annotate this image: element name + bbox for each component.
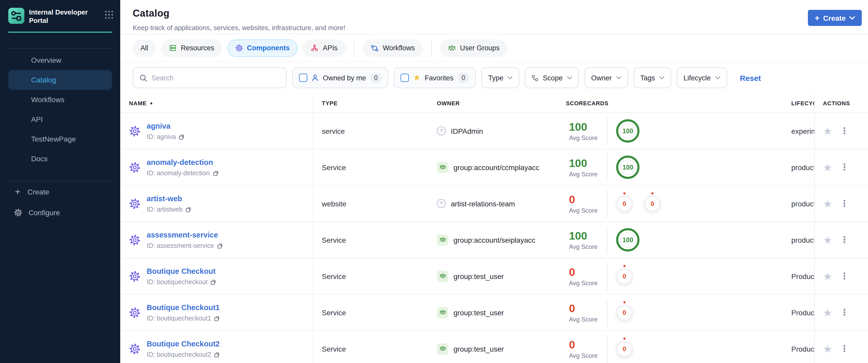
row-menu-button[interactable]: ⋮ <box>840 308 849 317</box>
copy-icon[interactable] <box>213 170 218 176</box>
divider <box>354 39 354 57</box>
sidebar-configure-button[interactable]: Configure <box>0 202 120 223</box>
row-menu-button[interactable]: ⋮ <box>840 272 849 280</box>
sidebar-item-workflows[interactable]: Workflows <box>8 90 112 110</box>
tab-workflows[interactable]: Workflows <box>363 39 423 57</box>
type-dropdown[interactable]: Type <box>482 67 520 88</box>
copy-icon[interactable] <box>186 207 191 212</box>
sidebar-item-overview[interactable]: Overview <box>8 50 112 70</box>
tab-user-groups[interactable]: User Groups <box>440 39 507 57</box>
group-icon <box>437 270 448 282</box>
tab-label: User Groups <box>460 44 500 52</box>
avg-score-value: 0 <box>569 338 607 351</box>
component-name-link[interactable]: Boutique Checkout2 <box>147 340 220 348</box>
copy-icon[interactable] <box>217 243 223 249</box>
favorites-filter[interactable]: ★ Favorites 0 <box>394 67 476 88</box>
group-icon <box>437 307 448 318</box>
sidebar-item-api[interactable]: API <box>8 110 112 129</box>
owned-by-me-checkbox[interactable] <box>299 73 307 82</box>
favorite-star-button[interactable]: ★ <box>823 271 832 281</box>
lifecycle-cell: Production <box>791 344 814 353</box>
tab-apis[interactable]: APIs <box>303 39 345 57</box>
row-menu-button[interactable]: ⋮ <box>840 236 849 244</box>
scope-dropdown[interactable]: Scope <box>525 67 579 88</box>
scorecard-ring[interactable]: 100 <box>616 119 640 143</box>
favorites-checkbox[interactable] <box>401 73 409 82</box>
scorecard-ring[interactable]: 0 <box>616 268 633 284</box>
row-menu-button[interactable]: ⋮ <box>840 126 849 135</box>
chevron-down-icon <box>659 76 664 79</box>
component-name-link[interactable]: anomaly-detection <box>147 158 213 167</box>
avg-score-value: 100 <box>569 157 607 169</box>
favorite-star-button[interactable]: ★ <box>823 199 832 209</box>
reset-filters-link[interactable]: Reset <box>740 73 761 82</box>
scorecard-ring[interactable]: 0 <box>616 304 633 321</box>
scorecards-cell: 0 Avg Score 0 <box>566 298 791 327</box>
scorecard-ring[interactable]: 0 <box>644 195 661 212</box>
column-header-owner: OWNER <box>437 100 566 106</box>
apps-grid-icon[interactable] <box>105 11 113 19</box>
column-header-type: TYPE <box>313 100 437 106</box>
owner-cell: group:test_user <box>437 307 566 318</box>
component-name-link[interactable]: assessment-service <box>147 231 218 239</box>
lifecycle-cell: experimental <box>791 127 814 135</box>
component-name-link[interactable]: agniva <box>147 122 170 130</box>
column-header-name[interactable]: NAME ▲ <box>120 93 313 113</box>
owner-cell: ? artist-relations-team <box>437 199 566 208</box>
sidebar-item-testnewpage[interactable]: TestNewPage <box>8 129 112 149</box>
search-input[interactable] <box>151 74 280 82</box>
sidebar-item-docs[interactable]: Docs <box>8 149 112 169</box>
group-icon <box>437 343 448 355</box>
table-row: Boutique Checkout1 ID: boutiquecheckout1… <box>120 295 868 331</box>
divider <box>607 226 607 254</box>
scorecard-ring[interactable]: 100 <box>616 228 640 251</box>
divider <box>607 153 607 181</box>
create-button[interactable]: + Create <box>808 10 862 26</box>
sidebar-configure-label: Configure <box>29 209 60 217</box>
copy-icon[interactable] <box>179 134 185 140</box>
divider <box>607 262 607 290</box>
dropdown-label: Type <box>488 74 503 82</box>
avg-score-label: Avg Score <box>569 243 607 250</box>
owner-dropdown[interactable]: Owner <box>584 67 628 88</box>
favorite-star-button[interactable]: ★ <box>823 126 832 136</box>
actions-cell: ★ ⋮ <box>814 295 868 330</box>
unknown-owner-icon: ? <box>437 126 446 135</box>
scorecard-ring[interactable]: 100 <box>616 156 640 179</box>
lifecycle-dropdown[interactable]: Lifecycle <box>677 67 727 88</box>
sidebar-item-catalog[interactable]: Catalog <box>8 70 112 90</box>
star-icon: ★ <box>413 73 421 82</box>
sidebar-create-button[interactable]: + Create <box>0 181 120 202</box>
tab-label: Workflows <box>383 44 415 52</box>
sidebar-create-label: Create <box>28 188 49 196</box>
favorite-star-button[interactable]: ★ <box>823 307 832 317</box>
tab-resources[interactable]: Resources <box>161 39 222 57</box>
row-menu-button[interactable]: ⋮ <box>840 344 849 353</box>
owned-by-me-filter[interactable]: Owned by me 0 <box>292 67 389 88</box>
divider <box>607 189 607 217</box>
copy-icon[interactable] <box>211 279 216 285</box>
copy-icon[interactable] <box>214 352 220 358</box>
scorecard-rings: 00 <box>616 195 661 212</box>
favorite-star-button[interactable]: ★ <box>823 343 832 354</box>
row-menu-button[interactable]: ⋮ <box>840 163 849 172</box>
scorecard-ring[interactable]: 0 <box>616 340 633 357</box>
component-name-link[interactable]: Boutique Checkout <box>147 267 216 275</box>
dropdown-label: Scope <box>543 74 563 82</box>
favorite-star-button[interactable]: ★ <box>823 162 832 173</box>
dropdown-label: Owner <box>591 74 612 82</box>
lifecycle-cell: production <box>791 200 814 208</box>
row-menu-button[interactable]: ⋮ <box>840 199 849 208</box>
favorite-star-button[interactable]: ★ <box>823 235 832 245</box>
component-name-link[interactable]: artist-web <box>147 194 182 203</box>
tab-all[interactable]: All <box>133 39 156 57</box>
tags-dropdown[interactable]: Tags <box>633 67 671 88</box>
scorecard-ring[interactable]: 0 <box>616 195 633 212</box>
avg-score-label: Avg Score <box>569 207 607 214</box>
name-cell: Boutique Checkout2 ID: boutiquecheckout2 <box>120 331 313 363</box>
copy-icon[interactable] <box>214 315 220 321</box>
tab-components[interactable]: Components <box>227 39 298 57</box>
component-name-link[interactable]: Boutique Checkout1 <box>147 303 220 312</box>
divider <box>607 335 607 363</box>
owner-cell: group:account/ccmplayacc <box>437 161 566 173</box>
